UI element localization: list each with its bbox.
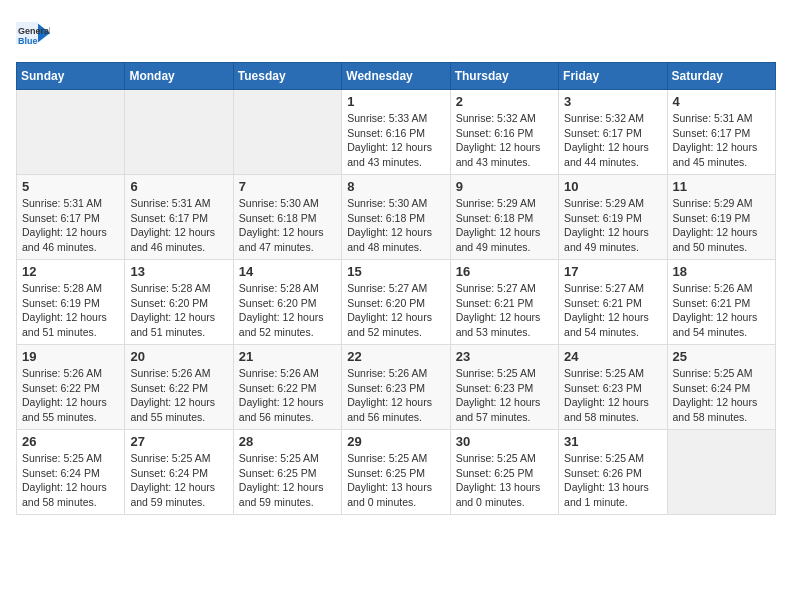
day-number: 13 xyxy=(130,264,227,279)
day-info: Sunrise: 5:25 AMSunset: 6:25 PMDaylight:… xyxy=(239,451,336,510)
header-row: SundayMondayTuesdayWednesdayThursdayFrid… xyxy=(17,63,776,90)
calendar-cell: 6Sunrise: 5:31 AMSunset: 6:17 PMDaylight… xyxy=(125,175,233,260)
day-info: Sunrise: 5:27 AMSunset: 6:20 PMDaylight:… xyxy=(347,281,444,340)
header: GeneralBlue xyxy=(16,16,776,50)
day-info: Sunrise: 5:25 AMSunset: 6:23 PMDaylight:… xyxy=(456,366,553,425)
calendar-cell: 22Sunrise: 5:26 AMSunset: 6:23 PMDayligh… xyxy=(342,345,450,430)
logo-icon: GeneralBlue xyxy=(16,16,50,50)
day-number: 7 xyxy=(239,179,336,194)
day-info: Sunrise: 5:28 AMSunset: 6:20 PMDaylight:… xyxy=(239,281,336,340)
day-number: 30 xyxy=(456,434,553,449)
calendar-cell: 21Sunrise: 5:26 AMSunset: 6:22 PMDayligh… xyxy=(233,345,341,430)
week-row-5: 26Sunrise: 5:25 AMSunset: 6:24 PMDayligh… xyxy=(17,430,776,515)
day-number: 19 xyxy=(22,349,119,364)
day-number: 29 xyxy=(347,434,444,449)
day-info: Sunrise: 5:27 AMSunset: 6:21 PMDaylight:… xyxy=(564,281,661,340)
day-info: Sunrise: 5:29 AMSunset: 6:18 PMDaylight:… xyxy=(456,196,553,255)
svg-text:Blue: Blue xyxy=(18,36,38,46)
day-number: 21 xyxy=(239,349,336,364)
header-day-thursday: Thursday xyxy=(450,63,558,90)
calendar-cell: 30Sunrise: 5:25 AMSunset: 6:25 PMDayligh… xyxy=(450,430,558,515)
day-info: Sunrise: 5:25 AMSunset: 6:26 PMDaylight:… xyxy=(564,451,661,510)
calendar-cell: 19Sunrise: 5:26 AMSunset: 6:22 PMDayligh… xyxy=(17,345,125,430)
day-info: Sunrise: 5:32 AMSunset: 6:16 PMDaylight:… xyxy=(456,111,553,170)
day-info: Sunrise: 5:25 AMSunset: 6:25 PMDaylight:… xyxy=(347,451,444,510)
calendar-cell: 20Sunrise: 5:26 AMSunset: 6:22 PMDayligh… xyxy=(125,345,233,430)
day-info: Sunrise: 5:31 AMSunset: 6:17 PMDaylight:… xyxy=(673,111,770,170)
day-info: Sunrise: 5:26 AMSunset: 6:22 PMDaylight:… xyxy=(239,366,336,425)
calendar-table: SundayMondayTuesdayWednesdayThursdayFrid… xyxy=(16,62,776,515)
day-number: 27 xyxy=(130,434,227,449)
day-number: 4 xyxy=(673,94,770,109)
day-number: 3 xyxy=(564,94,661,109)
day-info: Sunrise: 5:25 AMSunset: 6:24 PMDaylight:… xyxy=(22,451,119,510)
day-number: 25 xyxy=(673,349,770,364)
calendar-cell: 12Sunrise: 5:28 AMSunset: 6:19 PMDayligh… xyxy=(17,260,125,345)
day-info: Sunrise: 5:28 AMSunset: 6:20 PMDaylight:… xyxy=(130,281,227,340)
day-info: Sunrise: 5:26 AMSunset: 6:22 PMDaylight:… xyxy=(130,366,227,425)
day-info: Sunrise: 5:27 AMSunset: 6:21 PMDaylight:… xyxy=(456,281,553,340)
calendar-cell: 26Sunrise: 5:25 AMSunset: 6:24 PMDayligh… xyxy=(17,430,125,515)
day-info: Sunrise: 5:29 AMSunset: 6:19 PMDaylight:… xyxy=(673,196,770,255)
week-row-1: 1Sunrise: 5:33 AMSunset: 6:16 PMDaylight… xyxy=(17,90,776,175)
header-day-monday: Monday xyxy=(125,63,233,90)
calendar-cell: 16Sunrise: 5:27 AMSunset: 6:21 PMDayligh… xyxy=(450,260,558,345)
calendar-cell: 28Sunrise: 5:25 AMSunset: 6:25 PMDayligh… xyxy=(233,430,341,515)
calendar-cell: 14Sunrise: 5:28 AMSunset: 6:20 PMDayligh… xyxy=(233,260,341,345)
day-number: 22 xyxy=(347,349,444,364)
week-row-2: 5Sunrise: 5:31 AMSunset: 6:17 PMDaylight… xyxy=(17,175,776,260)
calendar-cell: 24Sunrise: 5:25 AMSunset: 6:23 PMDayligh… xyxy=(559,345,667,430)
day-info: Sunrise: 5:29 AMSunset: 6:19 PMDaylight:… xyxy=(564,196,661,255)
calendar-cell: 25Sunrise: 5:25 AMSunset: 6:24 PMDayligh… xyxy=(667,345,775,430)
calendar-cell: 29Sunrise: 5:25 AMSunset: 6:25 PMDayligh… xyxy=(342,430,450,515)
day-info: Sunrise: 5:25 AMSunset: 6:23 PMDaylight:… xyxy=(564,366,661,425)
calendar-body: 1Sunrise: 5:33 AMSunset: 6:16 PMDaylight… xyxy=(17,90,776,515)
calendar-cell: 2Sunrise: 5:32 AMSunset: 6:16 PMDaylight… xyxy=(450,90,558,175)
calendar-cell: 27Sunrise: 5:25 AMSunset: 6:24 PMDayligh… xyxy=(125,430,233,515)
day-info: Sunrise: 5:25 AMSunset: 6:24 PMDaylight:… xyxy=(130,451,227,510)
day-number: 31 xyxy=(564,434,661,449)
day-info: Sunrise: 5:31 AMSunset: 6:17 PMDaylight:… xyxy=(130,196,227,255)
header-day-saturday: Saturday xyxy=(667,63,775,90)
calendar-cell: 1Sunrise: 5:33 AMSunset: 6:16 PMDaylight… xyxy=(342,90,450,175)
calendar-cell xyxy=(667,430,775,515)
day-info: Sunrise: 5:30 AMSunset: 6:18 PMDaylight:… xyxy=(239,196,336,255)
week-row-3: 12Sunrise: 5:28 AMSunset: 6:19 PMDayligh… xyxy=(17,260,776,345)
day-number: 1 xyxy=(347,94,444,109)
day-info: Sunrise: 5:30 AMSunset: 6:18 PMDaylight:… xyxy=(347,196,444,255)
calendar-cell: 18Sunrise: 5:26 AMSunset: 6:21 PMDayligh… xyxy=(667,260,775,345)
day-number: 23 xyxy=(456,349,553,364)
calendar-cell: 9Sunrise: 5:29 AMSunset: 6:18 PMDaylight… xyxy=(450,175,558,260)
day-number: 5 xyxy=(22,179,119,194)
day-info: Sunrise: 5:28 AMSunset: 6:19 PMDaylight:… xyxy=(22,281,119,340)
calendar-cell xyxy=(17,90,125,175)
day-number: 24 xyxy=(564,349,661,364)
day-number: 20 xyxy=(130,349,227,364)
header-day-friday: Friday xyxy=(559,63,667,90)
day-number: 9 xyxy=(456,179,553,194)
header-day-wednesday: Wednesday xyxy=(342,63,450,90)
calendar-cell: 4Sunrise: 5:31 AMSunset: 6:17 PMDaylight… xyxy=(667,90,775,175)
calendar-cell: 3Sunrise: 5:32 AMSunset: 6:17 PMDaylight… xyxy=(559,90,667,175)
calendar-cell: 7Sunrise: 5:30 AMSunset: 6:18 PMDaylight… xyxy=(233,175,341,260)
day-info: Sunrise: 5:32 AMSunset: 6:17 PMDaylight:… xyxy=(564,111,661,170)
day-number: 16 xyxy=(456,264,553,279)
calendar-cell: 23Sunrise: 5:25 AMSunset: 6:23 PMDayligh… xyxy=(450,345,558,430)
svg-text:General: General xyxy=(18,26,50,36)
calendar-cell xyxy=(233,90,341,175)
day-number: 8 xyxy=(347,179,444,194)
calendar-cell: 10Sunrise: 5:29 AMSunset: 6:19 PMDayligh… xyxy=(559,175,667,260)
day-number: 26 xyxy=(22,434,119,449)
calendar-cell: 17Sunrise: 5:27 AMSunset: 6:21 PMDayligh… xyxy=(559,260,667,345)
day-number: 17 xyxy=(564,264,661,279)
calendar-cell: 13Sunrise: 5:28 AMSunset: 6:20 PMDayligh… xyxy=(125,260,233,345)
calendar-header: SundayMondayTuesdayWednesdayThursdayFrid… xyxy=(17,63,776,90)
calendar-cell: 8Sunrise: 5:30 AMSunset: 6:18 PMDaylight… xyxy=(342,175,450,260)
day-info: Sunrise: 5:33 AMSunset: 6:16 PMDaylight:… xyxy=(347,111,444,170)
header-day-tuesday: Tuesday xyxy=(233,63,341,90)
day-number: 15 xyxy=(347,264,444,279)
day-number: 12 xyxy=(22,264,119,279)
logo: GeneralBlue xyxy=(16,16,50,50)
calendar-cell: 5Sunrise: 5:31 AMSunset: 6:17 PMDaylight… xyxy=(17,175,125,260)
day-number: 6 xyxy=(130,179,227,194)
